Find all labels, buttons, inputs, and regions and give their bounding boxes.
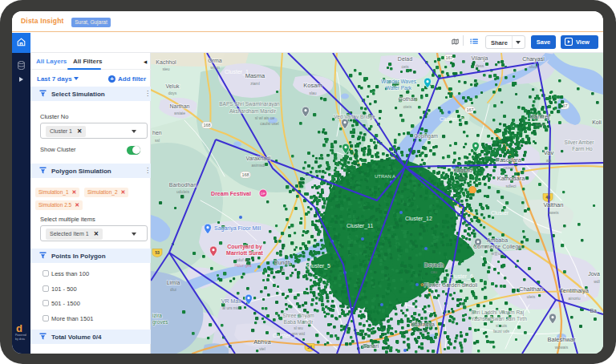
svg-text:sl wl ais ue: sl wl ais ue	[255, 115, 275, 120]
svg-text:sieu: sieu	[162, 67, 169, 71]
svg-text:Shree Shyam: Shree Shyam	[282, 313, 314, 319]
svg-text:Orma: Orma	[208, 58, 222, 63]
svg-text:w音uis: w音uis	[491, 251, 504, 256]
svg-text:Ved Variav Bridge: Ved Variav Bridge	[334, 114, 375, 120]
svg-text:aweis: aweis	[549, 210, 559, 215]
svg-text:Narthan: Narthan	[170, 103, 190, 109]
svg-text:Ba: Ba	[590, 308, 597, 313]
svg-text:cau: cau	[431, 269, 437, 274]
svg-text:sl wu: sl wu	[294, 326, 303, 330]
svg-text:Wonder Waves: Wonder Waves	[381, 79, 417, 84]
svg-text:Farm Ho: Farm Ho	[572, 146, 593, 152]
svg-text:Silver Amber: Silver Amber	[565, 140, 595, 145]
svg-text:asimsdl: asimsdl	[252, 163, 265, 168]
svg-text:Ambaba: Ambaba	[487, 237, 508, 243]
svg-text:Sagariya Floor Mill: Sagariya Floor Mill	[214, 225, 261, 232]
svg-text:Water Park: Water Park	[386, 85, 412, 91]
svg-text:Kamrej: Kamrej	[530, 113, 549, 120]
svg-text:wsiaie: wsiaie	[174, 111, 185, 115]
svg-text:ziaml: ziaml	[250, 81, 260, 86]
svg-text:167: 167	[466, 107, 473, 112]
svg-text:Cluster_9: Cluster_9	[440, 116, 464, 123]
svg-text:scus: scus	[459, 176, 468, 180]
svg-text:Kathodara: Kathodara	[497, 175, 525, 182]
svg-text:viel: viel	[259, 346, 265, 351]
svg-text:168: 168	[241, 172, 249, 177]
svg-text:susw: susw	[535, 122, 545, 127]
svg-text:uduleis: uduleis	[176, 189, 189, 194]
svg-text:sdleci: sdleci	[506, 184, 517, 188]
svg-text:Kosam: Kosam	[303, 82, 322, 89]
svg-text:wowais: wowais	[555, 345, 569, 350]
svg-text:Varakhadi: Varakhadi	[245, 156, 270, 161]
svg-text:Kachhol: Kachhol	[156, 59, 176, 65]
svg-text:Delad: Delad	[398, 56, 412, 62]
svg-text:uleis: uleis	[527, 294, 536, 299]
svg-text:Baleshwar: Baleshwar	[547, 336, 576, 343]
svg-text:susdl: susdl	[418, 329, 428, 334]
svg-text:Vav: Vav	[544, 149, 554, 156]
svg-text:BAPS Shri Swaminarayan: BAPS Shri Swaminarayan	[219, 101, 280, 107]
svg-text:al urs mid: al urs mid	[222, 305, 240, 310]
svg-text:wdl: wdl	[594, 279, 600, 284]
svg-text:Sonari: Sonari	[363, 343, 379, 349]
svg-text:Limla: Limla	[167, 280, 180, 285]
svg-text:Baba Mandir: Baba Mandir	[284, 319, 314, 325]
svg-text:uludl: uludl	[529, 64, 538, 69]
svg-text:Cluster_11: Cluster_11	[346, 223, 373, 229]
svg-text:groves: groves	[152, 319, 168, 326]
svg-text:Akshardham Mandir: Akshardham Mandir	[229, 108, 277, 114]
svg-text:Chalthan: Chalthan	[519, 285, 543, 293]
svg-text:ainoriu: ainoriu	[568, 296, 580, 301]
svg-text:ssl: ssl	[155, 138, 160, 143]
svg-text:168: 168	[203, 123, 210, 127]
svg-text:Gothan: Gothan	[399, 96, 417, 102]
svg-text:Kadsad: Kadsad	[453, 168, 472, 173]
svg-text:Cluster_6: Cluster_6	[449, 273, 473, 280]
svg-text:Dream Festival: Dream Festival	[211, 191, 251, 196]
svg-text:Courtyard by: Courtyard by	[227, 244, 262, 250]
svg-text:Yashsuriiswari Jain Tirth: Yashsuriiswari Jain Tirth	[471, 316, 527, 322]
svg-text:usiesi: usiesi	[504, 165, 514, 170]
svg-text:Abhva: Abhva	[253, 338, 271, 346]
svg-text:DF: DF	[261, 192, 265, 196]
svg-text:Vilanja: Vilanja	[472, 55, 488, 62]
svg-text:Jova: Jova	[588, 271, 600, 277]
svg-text:UTRAN A: UTRAN A	[375, 174, 395, 179]
svg-text:dess: dess	[476, 63, 484, 68]
svg-text:Barbodhan: Barbodhan	[169, 182, 197, 188]
svg-text:Masma: Masma	[245, 72, 265, 79]
svg-text:Koli: Koli	[592, 119, 602, 125]
svg-text:Cluster_12: Cluster_12	[405, 216, 432, 222]
svg-text:oieis: oieis	[403, 104, 412, 109]
svg-text:Tentithaiya: Tentithaiya	[560, 287, 590, 294]
svg-text:Cluster: Cluster	[491, 210, 509, 216]
svg-text:VR Mall: VR Mall	[221, 298, 241, 304]
svg-text:sduf em: sduf em	[236, 257, 250, 262]
svg-text:Rundh: Rundh	[274, 260, 291, 265]
svg-text:slau: slau	[309, 91, 316, 95]
svg-text:Hduz gka: Hduz gka	[234, 263, 251, 268]
svg-text:Flower Garden dindoli: Flower Garden dindoli	[424, 282, 478, 288]
svg-text:ceis: ceis	[402, 64, 409, 69]
svg-text:Kharadva: Kharadva	[411, 322, 435, 327]
svg-text:Devadh: Devadh	[424, 262, 444, 268]
svg-text:Valthan: Valthan	[544, 201, 564, 208]
svg-text:sl cuts: sl cuts	[496, 323, 508, 328]
svg-text:Cluster_5: Cluster_5	[306, 263, 330, 269]
svg-text:53: 53	[155, 250, 160, 255]
svg-text:hen: hen	[152, 130, 162, 135]
svg-text:ds: ds	[280, 267, 285, 272]
svg-text:Veluk: Veluk	[165, 83, 180, 89]
svg-text:Gopingam: Gopingam	[414, 133, 438, 140]
svg-text:Commerce College: Commerce College	[473, 244, 521, 250]
svg-text:167: 167	[445, 55, 452, 60]
svg-text:wsun: wsun	[210, 65, 220, 70]
svg-text:izira: izira	[152, 313, 162, 318]
svg-text:Marriott Surat: Marriott Surat	[226, 250, 264, 256]
svg-text:Charyasi: Charyasi	[522, 56, 545, 63]
svg-text:caulsi usel: caulsi usel	[260, 121, 278, 126]
svg-text:fausi uds: fausi uds	[493, 329, 510, 334]
svg-text:Shri Laddhi Vikram Raj: Shri Laddhi Vikram Raj	[471, 309, 524, 316]
svg-text:doys: doys	[168, 91, 177, 95]
